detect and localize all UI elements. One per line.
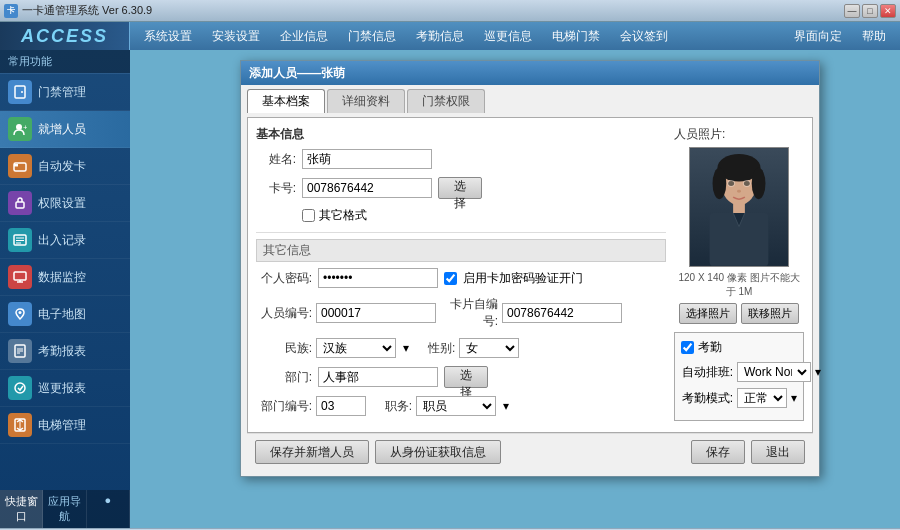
- sidebar-item-patrol-report[interactable]: 巡更报表: [0, 370, 130, 407]
- sidebar-item-map[interactable]: 电子地图: [0, 296, 130, 333]
- title-bar-left: 卡 一卡通管理系统 Ver 6.30.9: [4, 3, 152, 18]
- close-button[interactable]: ✕: [880, 4, 896, 18]
- menu-door-info[interactable]: 门禁信息: [338, 22, 406, 50]
- svg-point-33: [737, 190, 741, 193]
- photo-buttons: 选择照片 联移照片: [679, 303, 799, 324]
- permission-icon: [8, 191, 32, 215]
- tab-basic-info[interactable]: 基本档案: [247, 89, 325, 113]
- other-format-checkbox[interactable]: [302, 209, 315, 222]
- photo-info: 120 X 140 像素 图片不能大于 1M: [674, 271, 804, 299]
- footer-right-buttons: 保存 退出: [691, 440, 805, 464]
- photo-title: 人员照片:: [674, 126, 725, 143]
- maximize-button[interactable]: □: [862, 4, 878, 18]
- door-mgmt-icon: [8, 80, 32, 104]
- link-photo-button[interactable]: 联移照片: [741, 303, 799, 324]
- sidebar-item-att-report[interactable]: 考勤报表: [0, 333, 130, 370]
- app-title: 一卡通管理系统 Ver 6.30.9: [22, 3, 152, 18]
- position-label: 职务:: [372, 398, 412, 415]
- select-photo-button[interactable]: 选择照片: [679, 303, 737, 324]
- schedule-dropdown-icon: ▾: [815, 365, 821, 379]
- menu-help[interactable]: 帮助: [852, 22, 896, 50]
- att-report-icon: [8, 339, 32, 363]
- mode-dropdown-icon: ▾: [791, 391, 797, 405]
- dept-row: 部门: 选择: [256, 366, 666, 388]
- auto-card-icon: [8, 154, 32, 178]
- sidebar-label-patrol-report: 巡更报表: [38, 380, 86, 397]
- svg-point-27: [713, 168, 727, 199]
- svg-point-2: [16, 124, 22, 130]
- menu-patrol-info[interactable]: 巡更信息: [474, 22, 542, 50]
- sidebar-bottom: 快捷窗口 应用导航 ●: [0, 490, 130, 528]
- sidebar-item-elevator-mgmt[interactable]: 电梯管理: [0, 407, 130, 444]
- svg-point-31: [727, 180, 735, 187]
- menu-elevator-door[interactable]: 电梯门禁: [542, 22, 610, 50]
- svg-point-32: [743, 180, 751, 187]
- sidebar-item-permission[interactable]: 权限设置: [0, 185, 130, 222]
- person-no-input[interactable]: [316, 303, 436, 323]
- password-row: 个人密码: 启用卡加密码验证开门: [256, 268, 666, 288]
- position-select[interactable]: 职员: [416, 396, 496, 416]
- menu-install-settings[interactable]: 安装设置: [202, 22, 270, 50]
- svg-rect-5: [14, 164, 18, 167]
- svg-point-1: [21, 91, 23, 93]
- minimize-button[interactable]: —: [844, 4, 860, 18]
- mode-select[interactable]: 正常: [737, 388, 787, 408]
- patrol-report-icon: [8, 376, 32, 400]
- dialog-footer: 保存并新增人员 从身份证获取信息 保存 退出: [247, 433, 813, 470]
- nation-select[interactable]: 汉族: [316, 338, 396, 358]
- svg-text:+: +: [23, 123, 27, 132]
- card-label: 卡号:: [256, 180, 296, 197]
- card-no-label: 卡片自编号:: [442, 296, 498, 330]
- schedule-select[interactable]: Work Normal: [737, 362, 811, 382]
- attendance-checkbox[interactable]: [681, 341, 694, 354]
- gender-select[interactable]: 女: [459, 338, 519, 358]
- deptcode-position-row: 部门编号: 职务: 职员 ▾: [256, 396, 666, 416]
- sidebar-label-att-report: 考勤报表: [38, 343, 86, 360]
- other-format-label: 其它格式: [319, 207, 367, 224]
- section-divider: [256, 232, 666, 233]
- position-col: 职务: 职员 ▾: [372, 396, 509, 416]
- card-no-input[interactable]: [502, 303, 622, 323]
- attendance-label: 考勤: [698, 339, 722, 356]
- menu-system-settings[interactable]: 系统设置: [134, 22, 202, 50]
- menu-right: 界面向定 帮助: [784, 22, 896, 50]
- menu-meeting-checkin[interactable]: 会议签到: [610, 22, 678, 50]
- attendance-section: 考勤 自动排班: Work Normal ▾ 考勤模式:: [674, 332, 804, 421]
- card-no-col: 卡片自编号:: [442, 296, 622, 330]
- sidebar: 常用功能 门禁管理 + 就增人员 自动发卡 权限设置: [0, 50, 130, 528]
- sidebar-label-add-person: 就增人员: [38, 121, 86, 138]
- fetch-id-button[interactable]: 从身份证获取信息: [375, 440, 501, 464]
- exit-button[interactable]: 退出: [751, 440, 805, 464]
- card-input[interactable]: [302, 178, 432, 198]
- sidebar-item-door-mgmt[interactable]: 门禁管理: [0, 74, 130, 111]
- tab-door-permission[interactable]: 门禁权限: [407, 89, 485, 113]
- map-icon: [8, 302, 32, 326]
- dept-input[interactable]: [318, 367, 438, 387]
- sidebar-item-auto-card[interactable]: 自动发卡: [0, 148, 130, 185]
- dialog-content: 基本档案 详细资料 门禁权限 基本信息 姓名:: [241, 85, 819, 476]
- dept-code-label: 部门编号:: [256, 398, 312, 415]
- sidebar-item-monitor[interactable]: 数据监控: [0, 259, 130, 296]
- save-new-button[interactable]: 保存并新增人员: [255, 440, 369, 464]
- tab-app-nav[interactable]: 应用导航: [43, 490, 86, 528]
- tab-extra[interactable]: ●: [87, 490, 130, 528]
- menu-company-info[interactable]: 企业信息: [270, 22, 338, 50]
- dept-select-button[interactable]: 选择: [444, 366, 488, 388]
- menu-attendance-info[interactable]: 考勤信息: [406, 22, 474, 50]
- elevator-mgmt-icon: [8, 413, 32, 437]
- sidebar-item-record[interactable]: 出入记录: [0, 222, 130, 259]
- card-select-button[interactable]: 选择: [438, 177, 482, 199]
- menu-interface[interactable]: 界面向定: [784, 22, 852, 50]
- dept-code-input[interactable]: [316, 396, 366, 416]
- tab-quick-window[interactable]: 快捷窗口: [0, 490, 43, 528]
- enable-verify-checkbox[interactable]: [444, 272, 457, 285]
- sidebar-item-add-person[interactable]: + 就增人员: [0, 111, 130, 148]
- sidebar-bottom-tabs: 快捷窗口 应用导航 ●: [0, 490, 130, 528]
- password-input[interactable]: [318, 268, 438, 288]
- attendance-title: 考勤: [681, 339, 797, 356]
- save-button[interactable]: 保存: [691, 440, 745, 464]
- name-input[interactable]: [302, 149, 432, 169]
- sidebar-label-monitor: 数据监控: [38, 269, 86, 286]
- tab-detail-info[interactable]: 详细资料: [327, 89, 405, 113]
- form-container: 基本信息 姓名: 卡号: 选择: [247, 117, 813, 433]
